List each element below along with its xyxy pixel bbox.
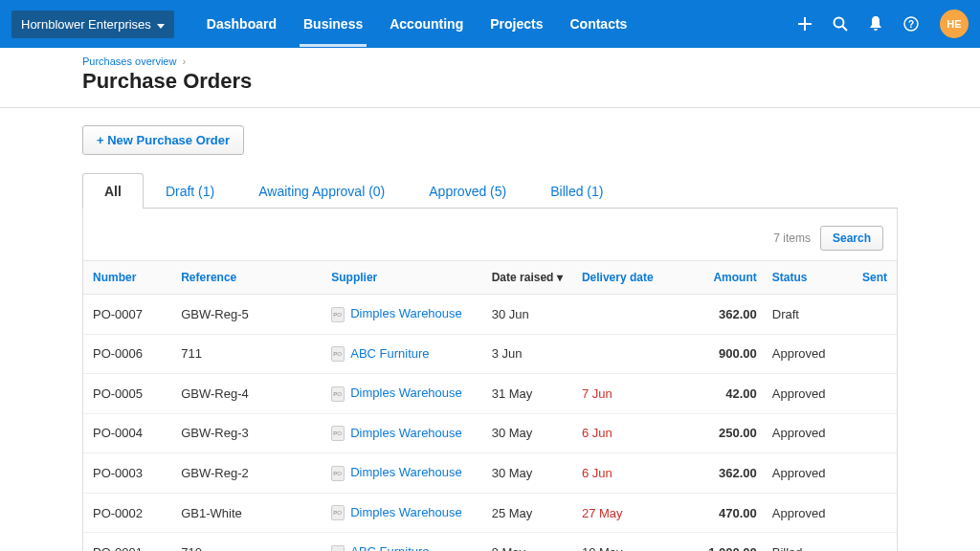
col-sent[interactable]: Sent xyxy=(855,261,897,295)
supplier-link[interactable]: Dimples Warehouse xyxy=(350,386,462,400)
col-reference[interactable]: Reference xyxy=(173,261,323,295)
chevron-right-icon: › xyxy=(183,55,187,67)
breadcrumb: Purchases overview › xyxy=(82,55,898,67)
cell-date-raised: 30 May xyxy=(484,413,574,453)
search-icon[interactable] xyxy=(833,16,848,32)
table-row[interactable]: PO-0001710ABC Furniture9 May10 May1,000.… xyxy=(83,533,897,551)
cell-status: Approved xyxy=(765,413,855,453)
supplier-link[interactable]: Dimples Warehouse xyxy=(350,505,462,519)
cell-sent xyxy=(855,533,897,551)
nav-projects[interactable]: Projects xyxy=(477,1,556,47)
cell-amount: 42.00 xyxy=(684,374,765,414)
cell-sent xyxy=(855,453,897,494)
purchase-orders-table: Number Reference Supplier Date raised ▾ … xyxy=(83,260,897,551)
col-amount[interactable]: Amount xyxy=(684,261,765,295)
cell-supplier: Dimples Warehouse xyxy=(323,453,483,494)
cell-status: Approved xyxy=(765,453,855,494)
cell-date-raised: 9 May xyxy=(484,533,574,551)
file-icon xyxy=(331,426,345,441)
svg-point-0 xyxy=(835,18,844,28)
cell-status: Approved xyxy=(765,334,855,374)
cell-reference: GBW-Reg-2 xyxy=(173,453,323,494)
cell-delivery-date xyxy=(574,334,684,374)
panel-tools: 7 items Search xyxy=(83,226,897,260)
table-row[interactable]: PO-0005GBW-Reg-4Dimples Warehouse31 May7… xyxy=(83,374,897,414)
cell-supplier: ABC Furniture xyxy=(323,334,483,374)
nav-contacts[interactable]: Contacts xyxy=(556,1,640,47)
file-icon xyxy=(331,386,345,402)
breadcrumb-parent[interactable]: Purchases overview xyxy=(82,55,176,67)
file-icon xyxy=(331,466,345,481)
col-date-raised-label: Date raised xyxy=(492,271,554,284)
file-icon xyxy=(331,346,345,362)
col-number[interactable]: Number xyxy=(83,261,173,295)
avatar[interactable]: HE xyxy=(940,10,969,38)
supplier-link[interactable]: Dimples Warehouse xyxy=(350,306,462,320)
bell-icon[interactable] xyxy=(869,16,882,32)
col-delivery-date[interactable]: Delivery date xyxy=(574,261,684,295)
col-date-raised[interactable]: Date raised ▾ xyxy=(484,261,574,295)
cell-supplier: Dimples Warehouse xyxy=(323,493,483,533)
org-selector[interactable]: Hornblower Enterprises xyxy=(11,11,174,38)
cell-status: Approved xyxy=(765,374,855,414)
file-icon xyxy=(331,505,345,520)
cell-sent xyxy=(855,334,897,374)
cell-amount: 362.00 xyxy=(684,453,765,494)
supplier-link[interactable]: Dimples Warehouse xyxy=(350,465,462,479)
topbar-right: ? HE xyxy=(798,10,969,38)
org-name: Hornblower Enterprises xyxy=(21,17,151,32)
supplier-link[interactable]: ABC Furniture xyxy=(350,544,429,551)
supplier-link[interactable]: ABC Furniture xyxy=(350,346,429,361)
cell-amount: 250.00 xyxy=(684,413,765,453)
supplier-link[interactable]: Dimples Warehouse xyxy=(350,426,462,440)
cell-reference: 711 xyxy=(173,334,323,374)
cell-status: Draft xyxy=(765,295,855,335)
nav-accounting[interactable]: Accounting xyxy=(376,1,477,47)
cell-date-raised: 25 May xyxy=(484,493,574,533)
cell-reference: 710 xyxy=(173,533,323,551)
cell-number: PO-0003 xyxy=(83,453,173,494)
nav-links: Dashboard Business Accounting Projects C… xyxy=(193,1,641,47)
file-icon xyxy=(331,307,345,322)
table-row[interactable]: PO-0002GB1-WhiteDimples Warehouse25 May2… xyxy=(83,493,897,533)
action-row: + New Purchase Order xyxy=(82,108,898,155)
cell-date-raised: 3 Jun xyxy=(484,334,574,374)
add-icon[interactable] xyxy=(798,17,812,31)
col-supplier[interactable]: Supplier xyxy=(323,261,483,295)
table-row[interactable]: PO-0007GBW-Reg-5Dimples Warehouse30 Jun3… xyxy=(83,295,897,335)
results-panel: 7 items Search Number Reference Supplier… xyxy=(82,209,898,551)
cell-sent xyxy=(855,413,897,453)
cell-delivery-date: 6 Jun xyxy=(574,413,684,453)
tab-approved[interactable]: Approved (5) xyxy=(407,173,528,209)
cell-date-raised: 30 Jun xyxy=(484,295,574,335)
cell-number: PO-0007 xyxy=(83,295,173,335)
tab-awaiting-approval[interactable]: Awaiting Approval (0) xyxy=(236,173,407,209)
new-purchase-order-button[interactable]: + New Purchase Order xyxy=(82,125,244,155)
cell-number: PO-0001 xyxy=(83,533,173,551)
cell-number: PO-0005 xyxy=(83,374,173,414)
cell-status: Approved xyxy=(765,493,855,533)
table-row[interactable]: PO-0006711ABC Furniture3 Jun900.00Approv… xyxy=(83,334,897,374)
tab-draft[interactable]: Draft (1) xyxy=(144,173,236,209)
cell-supplier: Dimples Warehouse xyxy=(323,295,483,335)
col-status[interactable]: Status xyxy=(765,261,855,295)
header-band: Purchases overview › Purchase Orders xyxy=(0,48,980,108)
page-title: Purchase Orders xyxy=(82,69,898,94)
search-button[interactable]: Search xyxy=(820,226,883,251)
sort-desc-icon: ▾ xyxy=(557,271,563,284)
cell-date-raised: 31 May xyxy=(484,374,574,414)
svg-text:?: ? xyxy=(908,19,914,30)
cell-reference: GBW-Reg-5 xyxy=(173,295,323,335)
cell-supplier: Dimples Warehouse xyxy=(323,374,483,414)
tab-billed[interactable]: Billed (1) xyxy=(528,173,625,209)
cell-number: PO-0004 xyxy=(83,413,173,453)
cell-reference: GBW-Reg-3 xyxy=(173,413,323,453)
cell-delivery-date: 10 May xyxy=(574,533,684,551)
table-row[interactable]: PO-0003GBW-Reg-2Dimples Warehouse30 May6… xyxy=(83,453,897,494)
nav-business[interactable]: Business xyxy=(290,1,376,47)
cell-delivery-date xyxy=(574,295,684,335)
help-icon[interactable]: ? xyxy=(903,16,919,32)
table-row[interactable]: PO-0004GBW-Reg-3Dimples Warehouse30 May6… xyxy=(83,413,897,453)
nav-dashboard[interactable]: Dashboard xyxy=(193,1,290,47)
tab-all[interactable]: All xyxy=(82,173,144,209)
